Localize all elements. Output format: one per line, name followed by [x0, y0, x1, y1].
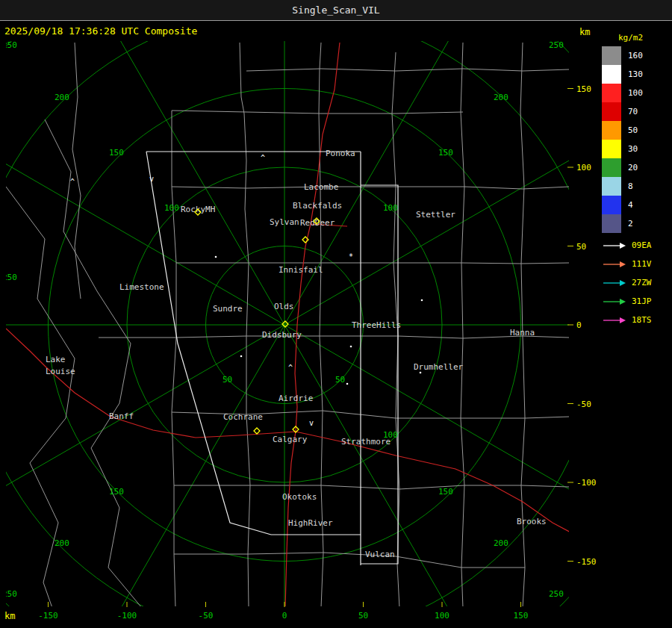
county-boundary [172, 187, 569, 189]
radial-line [75, 0, 284, 325]
radial-line [0, 116, 284, 325]
county-boundary [99, 336, 569, 338]
colorbar-swatch [602, 65, 621, 84]
right-axis-label: -100 [576, 478, 597, 488]
radar-site-entry: 111V [602, 255, 652, 273]
colorbar-swatch [602, 102, 621, 121]
radar-site-entry: 27ZW [602, 273, 652, 292]
site-arrow-icon [602, 260, 626, 269]
ring-distance-label: 150 [109, 148, 124, 158]
site-id-label: 27ZW [632, 278, 652, 287]
site-arrow-icon [602, 279, 626, 287]
colorbar-value: 20 [628, 163, 638, 172]
site-arrow-icon [602, 297, 626, 306]
colorbar-entry: 2 [602, 214, 643, 233]
colorbar-entry: 30 [602, 140, 643, 158]
city-label: Lake [46, 355, 66, 364]
colorbar-swatch [602, 140, 621, 158]
bottom-axis-label: -100 [117, 611, 137, 621]
point-marker-icon [215, 256, 217, 258]
city-label: Innisfail [279, 265, 323, 275]
city-label: Calgary [273, 435, 308, 444]
county-boundary [174, 485, 569, 489]
bottom-axis-label: 0 [282, 611, 287, 621]
colorbar-swatch [602, 196, 621, 214]
city-label: Strathmore [341, 437, 391, 447]
colorbar-scale: 16013010070503020842 [602, 46, 643, 233]
map-layers: 2502001501002502001501001502002501502002… [0, 0, 597, 628]
city-label: Drumheller [414, 362, 464, 372]
colorbar-entry: 70 [602, 102, 643, 121]
radial-line [284, 0, 494, 325]
city-label: Banff [109, 411, 134, 421]
site-id-label: 18TS [632, 315, 652, 325]
app-window: { "window": {"title": "Single_Scan_VIL"}… [0, 0, 672, 628]
city-label: Okotoks [282, 492, 317, 502]
city-label: Lacombe [304, 182, 338, 192]
ring-distance-label: 200 [55, 538, 69, 548]
city-label: Olds [274, 302, 294, 311]
ring-distance-label: 150 [109, 487, 124, 497]
city-label: Cochrane [223, 412, 263, 422]
colorbar-value: 2 [628, 219, 633, 228]
ring-distance-label: 250 [2, 273, 17, 282]
colorbar-swatch [602, 177, 621, 196]
right-axis-label: 0 [576, 320, 582, 330]
site-id-label: 31JP [632, 296, 652, 306]
site-arrow-icon [602, 316, 626, 325]
city-marker-icon [254, 428, 260, 434]
colorbar-entry: 4 [602, 196, 643, 214]
colorbar-swatch [602, 121, 621, 140]
ring-distance-label: 50 [223, 375, 232, 385]
ring-distance-label: 150 [438, 148, 453, 158]
city-label: ThreeHills [352, 320, 401, 330]
bottom-axis-label: -150 [38, 611, 58, 621]
point-marker-icon: ^ [288, 364, 293, 372]
colorbar-entry: 160 [602, 46, 643, 65]
point-marker-icon [346, 383, 349, 385]
bottom-axis-label: -50 [199, 611, 214, 621]
right-axis-label: 100 [576, 163, 591, 172]
colorbar-value: 100 [628, 88, 643, 98]
highway-line [6, 329, 575, 535]
radial-line [284, 325, 597, 534]
ring-distance-label: 200 [494, 93, 508, 102]
point-marker-icon [420, 372, 422, 374]
city-label: Didsbury [262, 330, 302, 340]
city-label: Louise [46, 367, 75, 376]
colorbar-entry: 130 [602, 65, 643, 84]
county-boundary [172, 111, 463, 114]
colorbar-value: 4 [628, 200, 633, 210]
colorbar-value: 50 [628, 125, 638, 135]
city-label: Limestone [119, 282, 164, 292]
ring-distance-label: 100 [383, 203, 398, 213]
site-arrow-icon [602, 241, 626, 250]
radar-site-legend: 09EA111V27ZW31JP18TS [602, 236, 652, 329]
city-label: Airdrie [279, 394, 313, 403]
point-marker-icon [421, 299, 423, 302]
right-axis-label: -150 [576, 557, 597, 567]
city-label: Stettler [416, 210, 455, 220]
radar-map[interactable]: 2502001501002502001501001502002501502002… [0, 0, 597, 628]
colorbar: kg/m2 16013010070503020842 [602, 33, 643, 233]
county-boundary [174, 553, 525, 568]
colorbar-entry: 100 [602, 84, 643, 102]
point-marker-icon: v [149, 175, 154, 183]
colorbar-value: 130 [628, 69, 643, 79]
colorbar-value: 70 [628, 107, 638, 116]
right-axis-label: 50 [576, 242, 586, 252]
city-label: Blackfalds [293, 201, 342, 211]
radar-site-entry: 18TS [602, 311, 652, 329]
ring-distance-label: 200 [494, 538, 508, 548]
point-marker-icon: ^ [70, 178, 75, 186]
site-id-label: 09EA [632, 240, 652, 250]
bottom-axis-label: 50 [358, 611, 368, 621]
radar-site-entry: 31JP [602, 292, 652, 311]
scan-area-outline [361, 185, 398, 564]
radial-line [75, 325, 284, 628]
colorbar-swatch [602, 46, 621, 65]
ring-distance-label: 250 [2, 40, 17, 50]
ring-distance-label: 200 [55, 93, 69, 102]
colorbar-unit-label: kg/m2 [618, 33, 643, 43]
city-label: HighRiver [288, 518, 333, 528]
